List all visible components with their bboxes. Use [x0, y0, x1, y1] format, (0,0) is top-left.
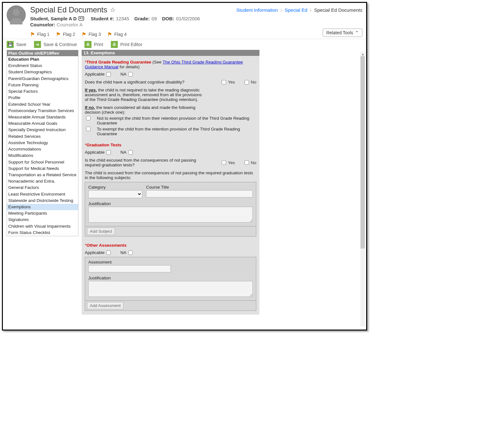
- svg-point-2: [13, 9, 20, 16]
- sidebar-item-measurable-annual-goals[interactable]: Measurable Annual Goals: [7, 120, 78, 127]
- sidebar-header: Plan Outline ohIEP19Rev: [7, 50, 78, 56]
- breadcrumb-student-info[interactable]: Student Information: [236, 7, 278, 13]
- section-header: 13. Exemptions: [82, 50, 259, 56]
- sidebar-item-modifications[interactable]: Modifications: [7, 152, 78, 159]
- exemptions-form: *Third Grade Reading Guarantee (See The …: [82, 56, 259, 315]
- save-continue-button[interactable]: ➜ Save & Continue: [34, 41, 77, 48]
- grad-excused-intro: The child is excused from the consequenc…: [85, 171, 256, 180]
- sidebar-item-meeting-participants[interactable]: Meeting Participants: [7, 210, 78, 217]
- scroll-thumb[interactable]: [360, 56, 365, 249]
- flag-icon: [56, 32, 61, 37]
- tgrg-applicable-checkbox[interactable]: [106, 72, 111, 77]
- add-assessment-button[interactable]: Add Assessment: [87, 302, 124, 309]
- breadcrumb-current: Special Ed Documents: [314, 7, 362, 13]
- sidebar-item-student-demographics[interactable]: Student Demographics: [7, 69, 78, 75]
- flag-1[interactable]: Flag 1: [30, 32, 50, 37]
- grad-title: Graduation Tests: [86, 143, 121, 147]
- sidebar-item-related-services[interactable]: Related Services: [7, 133, 78, 140]
- add-subject-button[interactable]: Add Subject: [87, 228, 115, 235]
- sidebar-item-statewide-and-districtwide-testing[interactable]: Statewide and Districtwide Testing: [7, 197, 78, 204]
- save-continue-label: Save & Continue: [44, 42, 77, 47]
- flag-3[interactable]: Flag 3: [82, 32, 101, 37]
- sig-cog-question: Does the child have a significant cognit…: [85, 80, 212, 84]
- sidebar-item-extended-school-year[interactable]: Extended School Year: [7, 101, 78, 108]
- not-exempt-checkbox[interactable]: [86, 116, 91, 120]
- na-label: NA: [120, 72, 126, 77]
- tgrg-title: Third Grade Reading Guarantee: [86, 60, 151, 64]
- scrollbar[interactable]: ▴: [360, 52, 365, 326]
- sidebar-item-transportation-as-a-related-service[interactable]: Transportation as a Related Service: [7, 172, 78, 178]
- save-label: Save: [16, 42, 26, 47]
- print-icon: 🖶: [84, 41, 91, 48]
- favorite-star-icon[interactable]: ☆: [110, 6, 116, 14]
- subject-box: Category Course Title Justification: [85, 182, 256, 226]
- print-icon: 🖶: [111, 41, 118, 48]
- tgrg-na-checkbox[interactable]: [128, 72, 133, 77]
- sidebar-item-assistive-technology[interactable]: Assistive Technology: [7, 140, 78, 146]
- grad-justification-textarea[interactable]: [88, 207, 253, 223]
- sidebar-item-postsecondary-transition-services[interactable]: Postsecondary Transition Services: [7, 108, 78, 114]
- sidebar-item-exemptions[interactable]: Exemptions: [7, 204, 78, 210]
- not-exempt-text: Not to exempt the child from their reten…: [97, 116, 256, 125]
- sidebar-item-specially-designed-instruction[interactable]: Specially Designed Instruction: [7, 127, 78, 133]
- exempt-text: To exempt the child from the retention p…: [97, 127, 256, 136]
- sig-cog-no-checkbox[interactable]: [245, 80, 249, 84]
- plan-outline-sidebar: Plan Outline ohIEP19Rev Education PlanEn…: [7, 50, 78, 236]
- save-button[interactable]: 💾 Save: [7, 41, 26, 48]
- flag-label: Flag 1: [37, 32, 50, 37]
- print-editor-button[interactable]: 🖶 Print Editor: [111, 41, 142, 48]
- sidebar-item-future-planning[interactable]: Future Planning: [7, 82, 78, 88]
- dob: 01/02/2006: [176, 16, 200, 21]
- grad-applicable-checkbox[interactable]: [106, 150, 111, 155]
- sidebar-item-least-restrictive-environment[interactable]: Least Restrictive Environment: [7, 191, 78, 197]
- sidebar-item-parent-guardian-demographics[interactable]: Parent/Guardian Demographics: [7, 76, 78, 82]
- flag-label: Flag 2: [63, 32, 75, 37]
- student-number: 12345: [116, 16, 129, 21]
- sidebar-item-enrollment-status[interactable]: Enrollment Status: [7, 63, 78, 69]
- grad-no-checkbox[interactable]: [245, 160, 249, 165]
- flag-4[interactable]: Flag 4: [107, 32, 127, 37]
- avatar: [7, 5, 26, 24]
- counselor-label: Counselor:: [30, 22, 55, 27]
- assessment-input[interactable]: [88, 265, 171, 272]
- sidebar-item-support-for-medical-needs[interactable]: Support for Medical Needs: [7, 165, 78, 172]
- sig-cog-yes-checkbox[interactable]: [222, 80, 226, 84]
- print-editor-label: Print Editor: [120, 42, 142, 47]
- sidebar-item-special-factors[interactable]: Special Factors: [7, 88, 78, 95]
- print-button[interactable]: 🖶 Print: [84, 41, 103, 48]
- student-number-label: Student #:: [91, 16, 114, 21]
- sidebar-item-accommodations[interactable]: Accommodations: [7, 146, 78, 152]
- scroll-up-icon[interactable]: ▴: [360, 52, 365, 56]
- course-title-label: Course Title: [146, 185, 253, 190]
- sidebar-item-general-factors[interactable]: General Factors: [7, 184, 78, 191]
- sidebar-item-form-status-checklist[interactable]: Form Status Checklist: [7, 230, 78, 236]
- other-justification-textarea[interactable]: [88, 281, 253, 297]
- other-na-checkbox[interactable]: [128, 251, 133, 255]
- sidebar-item-education-plan[interactable]: Education Plan: [7, 56, 78, 63]
- sidebar-item-children-with-visual-impairments[interactable]: Children with Visual Impairments: [7, 223, 78, 230]
- breadcrumb-special-ed[interactable]: Special Ed: [285, 7, 307, 13]
- applicable-label: Applicable: [85, 72, 104, 77]
- category-select[interactable]: [88, 190, 142, 198]
- course-title-input[interactable]: [146, 190, 253, 197]
- flag-2[interactable]: Flag 2: [56, 32, 75, 37]
- grad-na-checkbox[interactable]: [128, 150, 133, 155]
- svg-rect-10: [108, 32, 109, 36]
- sidebar-item-profile[interactable]: Profile: [7, 95, 78, 101]
- svg-rect-8: [57, 32, 57, 36]
- save-icon: 💾: [7, 41, 14, 48]
- grade: 09: [151, 16, 157, 21]
- other-applicable-checkbox[interactable]: [106, 251, 111, 255]
- exempt-checkbox[interactable]: [86, 127, 91, 131]
- grad-yes-checkbox[interactable]: [222, 160, 226, 165]
- assessment-box: Assessment Justification: [85, 257, 256, 301]
- chevron-right-icon: ›: [280, 7, 282, 13]
- related-tools-button[interactable]: Related Tools ⌃: [323, 29, 362, 37]
- sidebar-item-signatures[interactable]: Signatures: [7, 217, 78, 223]
- sidebar-item-support-for-school-personnel[interactable]: Support for School Personnel: [7, 159, 78, 165]
- flag-label: Flag 4: [114, 32, 127, 37]
- student-name: Student, Sample A D: [30, 16, 77, 21]
- flag-label: Flag 3: [89, 32, 101, 37]
- sidebar-item-nonacademic-and-extra-[interactable]: Nonacademic and Extra.: [7, 178, 78, 184]
- sidebar-item-measurable-annual-standards[interactable]: Measurable Annual Standards: [7, 114, 78, 120]
